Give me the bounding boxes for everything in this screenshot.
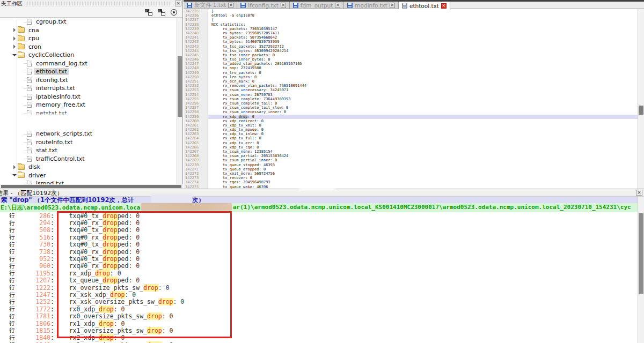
tree-item-stat.txt[interactable]: stat.txt [0,146,177,155]
tree-item-command_log.txt[interactable]: command_log.txt [0,59,177,68]
chevron-right-icon[interactable] [12,44,17,49]
results-scrollbar-thumb[interactable] [639,213,643,294]
result-line-number: 1781 [15,312,50,320]
collapse-all-icon[interactable] [158,9,165,16]
tree-item-cpu[interactable]: cpu [0,34,177,43]
workspace-close-button[interactable]: × [175,1,181,6]
result-line-number: 1207 [15,277,50,284]
code-line: 142265 rx_xdp_tx_err: 0 [184,141,638,145]
panel-grip[interactable] [26,2,172,5]
search-summary-text: 索 "drop" （1个文件中匹配到10192次，总计 [1,197,134,203]
locate-file-icon[interactable] [171,9,177,16]
tree-item-trafficControl.txt[interactable]: trafficControl.txt [0,155,177,163]
result-colon: : [50,334,54,341]
tab-ethtool.txt[interactable]: ethtool.txt× [399,2,450,10]
result-row[interactable]: 行1772: rx0_xdp_drop: 0 [0,305,638,312]
tree-item-memory_free.txt[interactable]: memory_free.txt [0,101,177,109]
tree-hscrollbar-thumb[interactable] [1,185,181,188]
tree-item-interrupts.txt[interactable]: interrupts.txt [0,84,177,93]
tree-item-cron[interactable]: cron [0,43,177,51]
editor-scrollbar-thumb[interactable] [639,106,643,115]
close-tab-icon[interactable]: × [281,3,286,8]
tree-item-network_scripts.txt[interactable]: network_scripts.txt [0,130,177,138]
result-file-path-line[interactable]: E:\日志\armod0523.odata.ncmp.unicom.loca a… [0,203,644,212]
tree-hscrollbar[interactable] [0,184,183,189]
result-row[interactable]: 行294: rxq#0_rx_dropped: 0 [0,219,638,226]
tab-ifconfig.txt[interactable]: ifconfig.txt× [237,2,290,9]
file-icon [27,61,32,66]
result-row-label: 行 [9,341,15,343]
chevron-down-icon[interactable] [12,173,17,178]
result-row[interactable]: 行1207: tx_queue_dropped: 0 [0,277,638,284]
result-row[interactable]: 行508: txq#0_tx_dropped: 0 [0,227,638,234]
result-row[interactable]: 行1806: rx1_xdp_drop: 0 [0,320,638,327]
editor-text-area[interactable]: 142235}142236ethtool -S enp1s0f0142237{1… [184,9,638,189]
tree-item-lsmod.txt[interactable]: lsmod.txt [0,180,177,184]
tree-item-cna[interactable]: cna [0,26,177,35]
code-line: 142249 rx_lro_packets: 0 [184,71,638,75]
result-row[interactable]: 行952: txq#0_tx_dropped: 0 [0,255,638,262]
code-text: tx_csum_none: 12385154 [208,150,273,154]
result-row[interactable]: 行1252: rx_xsk_oversize_pkts_sw_drop: 0 [0,299,638,305]
result-row[interactable]: 行516: rxq#0_rx_dropped: 0 [0,234,638,241]
tree-scrollbar[interactable] [177,18,182,184]
result-row[interactable]: 行960: rxq#0_rx_dropped: 0 [0,263,638,270]
save-icon [347,3,353,8]
tree-item-iptablesInfo.txt[interactable]: iptablesInfo.txt [0,93,177,101]
result-row[interactable]: 行1840: rx2_xdp_drop: 0 [0,334,638,341]
result-line-number: 1806 [15,320,50,327]
tab--1.txt[interactable]: 新文件 1.txt× [184,2,237,9]
tab-fdm_output[interactable]: fdm_output× [290,2,344,9]
results-close-button[interactable]: × [636,190,642,196]
results-scrollbar[interactable] [638,197,644,343]
tree-item-label: trafficControl.txt [34,155,86,162]
result-line-number: 1222 [15,284,50,292]
result-colon: : [50,284,54,292]
tree-item-ifconfig.txt[interactable]: ifconfig.txt [0,76,177,85]
close-tab-icon[interactable]: × [441,3,447,9]
code-line: 142275 tx_queue_wake: 46396 [184,185,638,189]
tree-item-routeInfo.txt[interactable]: routeInfo.txt [0,138,177,147]
chevron-right-icon[interactable] [12,165,17,170]
tree-item-disk[interactable]: disk [0,163,177,172]
close-tab-icon[interactable]: × [390,3,395,8]
chevron-right-icon[interactable] [12,36,17,41]
result-row[interactable]: 行1781: rx0_oversize_pkts_sw_drop: 0 [0,312,638,319]
line-number: 142265 [184,141,208,145]
line-number: 142250 [184,75,208,79]
workspace-titlebar: 夹工作区 × [0,0,182,7]
tree-item-label: network_scripts.txt [34,130,94,137]
result-text: rx0_oversize_pkts_sw_drop: 0 [54,312,173,320]
tree-item-ethtool.txt[interactable]: ethtool.txt [0,68,177,76]
folder-icon [18,27,25,33]
tree-item-label: iptablesInfo.txt [34,93,82,100]
match-highlight: drop [147,327,162,334]
result-row[interactable]: 行730: txq#0_tx_dropped: 0 [0,241,638,248]
tree-item-cgroup.txt[interactable]: cgroup.txt [0,18,177,26]
result-row[interactable]: 行1195: rx_xdp_drop: 0 [0,270,638,277]
result-row[interactable]: 行286: txq#0_tx_dropped: 0 [0,212,638,219]
match-highlight: drop [95,270,110,277]
result-row[interactable]: 行1815: rx1_oversize_pkts_sw_drop: 0 [0,327,638,334]
app-window: 夹工作区 × cgroup.txtcnacpucroncyclicCollect… [0,0,644,343]
close-tab-icon[interactable]: × [335,3,340,8]
code-text: tx_tso_inner_bytes: 0 [208,57,270,62]
result-row[interactable]: 行1222: rx_oversize_pkts_sw_drop: 0 [0,284,638,291]
chevron-down-icon[interactable] [12,53,17,58]
code-line: 142246 tx_tso_inner_bytes: 0 [184,57,638,62]
code-text: rx_ecn_mark: 0 [208,79,254,84]
result-row[interactable]: 行1247: rx_xsk_xdp_drop: 0 [0,291,638,298]
result-row[interactable]: 行738: rxq#0_rx_dropped: 0 [0,248,638,255]
tree-item-label: routeInfo.txt [34,139,74,146]
tree-item-cyclicCollection[interactable]: cyclicCollection [0,51,177,59]
chevron-right-icon[interactable] [12,27,17,33]
tab-modinfo.txt[interactable]: modinfo.txt× [344,2,399,9]
code-text: rx_csum_complete: 736449389393 [208,97,291,101]
line-number: 142262 [184,128,208,132]
expand-all-icon[interactable] [145,9,152,16]
editor-scrollbar[interactable] [638,9,644,189]
close-tab-icon[interactable]: × [228,3,233,8]
line-number: 142271 [184,167,208,172]
tree-item-driver[interactable]: driver [0,172,177,180]
tree-scrollbar-thumb[interactable] [178,56,182,117]
